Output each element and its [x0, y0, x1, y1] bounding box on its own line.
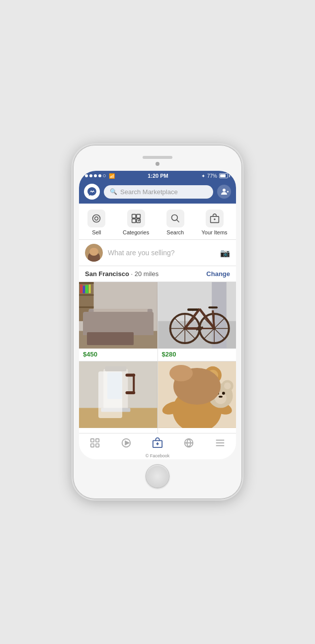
phone-screen: 📶 1:20 PM ✦ 77%	[79, 171, 236, 459]
location-name: San Francisco · 20 miles	[85, 270, 158, 278]
svg-point-3	[93, 215, 100, 222]
svg-rect-65	[101, 408, 130, 412]
svg-rect-29	[89, 309, 94, 331]
location-distance: · 20 miles	[131, 270, 159, 278]
bluetooth-icon: ✦	[201, 173, 205, 179]
profile-icon	[220, 187, 229, 196]
profile-button[interactable]	[217, 185, 231, 199]
sofa-price: $450	[79, 349, 158, 361]
svg-point-69	[178, 371, 216, 409]
svg-point-85	[210, 382, 217, 389]
search-placeholder: Search Marketplace	[120, 188, 178, 196]
svg-rect-6	[136, 215, 140, 218]
svg-rect-22	[89, 285, 91, 293]
svg-point-72	[204, 366, 221, 384]
svg-point-4	[95, 217, 98, 220]
appliance-image	[79, 361, 158, 428]
svg-point-76	[200, 384, 205, 389]
svg-rect-31	[95, 315, 122, 330]
svg-point-70	[172, 366, 190, 384]
tab-videos[interactable]	[121, 437, 132, 448]
signal-dot-3	[94, 174, 97, 177]
svg-rect-92	[95, 439, 98, 442]
search-bar[interactable]: 🔍 Search Marketplace	[104, 185, 213, 199]
svg-rect-61	[107, 372, 122, 399]
battery-body	[219, 173, 228, 178]
svg-rect-24	[96, 326, 135, 330]
tab-menu[interactable]	[215, 437, 226, 448]
svg-rect-66	[105, 366, 126, 371]
battery-icon	[219, 173, 230, 178]
svg-rect-23	[79, 331, 158, 349]
teddybear-image	[158, 361, 236, 428]
svg-point-71	[176, 370, 187, 381]
phone-frame: 📶 1:20 PM ✦ 77%	[73, 145, 242, 499]
svg-rect-93	[90, 444, 93, 447]
search-action[interactable]: Search	[166, 210, 184, 235]
svg-rect-17	[79, 294, 94, 296]
wifi-icon: 📶	[109, 173, 115, 179]
svg-rect-19	[80, 285, 82, 293]
battery-fill	[220, 174, 226, 177]
svg-rect-91	[90, 439, 93, 442]
svg-rect-64	[126, 391, 136, 394]
your-items-action[interactable]: Your Items	[201, 210, 227, 235]
svg-line-10	[176, 220, 179, 222]
tab-feed[interactable]	[183, 437, 194, 448]
svg-point-90	[219, 396, 223, 398]
listing-appliance[interactable]	[79, 361, 158, 433]
your-items-label: Your Items	[201, 229, 227, 235]
svg-point-86	[224, 382, 231, 389]
svg-point-74	[186, 384, 208, 402]
sell-placeholder: What are you selling?	[108, 249, 215, 257]
svg-rect-94	[95, 444, 98, 447]
svg-rect-21	[85, 285, 88, 293]
sell-action[interactable]: Sell	[87, 210, 105, 235]
navigation-bar: 🔍 Search Marketplace	[79, 181, 236, 204]
svg-rect-32	[124, 315, 152, 330]
svg-marker-96	[125, 441, 129, 444]
svg-point-78	[203, 385, 205, 387]
change-location-button[interactable]: Change	[206, 270, 230, 278]
svg-rect-20	[83, 286, 85, 293]
svg-point-75	[189, 384, 194, 389]
phone-speaker	[143, 156, 172, 159]
sell-icon	[87, 210, 105, 227]
status-bar: 📶 1:20 PM ✦ 77%	[79, 171, 236, 181]
sell-prompt[interactable]: What are you selling? 📷	[79, 240, 236, 266]
svg-rect-59	[79, 408, 158, 428]
sell-label: Sell	[92, 229, 101, 235]
svg-rect-26	[123, 330, 127, 338]
svg-point-73	[207, 370, 218, 381]
listings-grid: $450	[79, 282, 236, 433]
home-button[interactable]	[146, 464, 169, 488]
copyright-text: © Facebook	[79, 451, 236, 459]
status-time: 1:20 PM	[148, 173, 168, 179]
tab-marketplace[interactable]	[152, 437, 163, 448]
messenger-button[interactable]	[84, 184, 100, 200]
tab-home[interactable]	[89, 437, 100, 448]
signal-dots: 📶	[85, 173, 115, 179]
messenger-icon	[87, 187, 97, 197]
categories-action[interactable]: Categories	[123, 210, 149, 235]
svg-point-89	[222, 392, 225, 395]
svg-rect-16	[79, 282, 94, 284]
svg-rect-53	[187, 308, 198, 311]
categories-label: Categories	[123, 229, 149, 235]
signal-dot-1	[85, 174, 88, 177]
svg-rect-60	[103, 369, 128, 411]
svg-rect-5	[132, 215, 136, 218]
svg-point-0	[223, 189, 226, 192]
phone-camera	[156, 162, 159, 166]
search-label: Search	[166, 229, 184, 235]
svg-rect-25	[101, 330, 105, 338]
listing-teddybear[interactable]	[158, 361, 236, 433]
svg-point-83	[208, 380, 220, 392]
svg-rect-28	[89, 309, 153, 315]
action-bar: Sell Categories	[79, 204, 236, 240]
listing-sofa[interactable]: $450	[79, 282, 158, 361]
listing-bike[interactable]: $280	[158, 282, 236, 361]
sofa-image	[79, 282, 158, 349]
tab-bar	[79, 433, 236, 451]
search-bar-icon: 🔍	[110, 188, 117, 195]
